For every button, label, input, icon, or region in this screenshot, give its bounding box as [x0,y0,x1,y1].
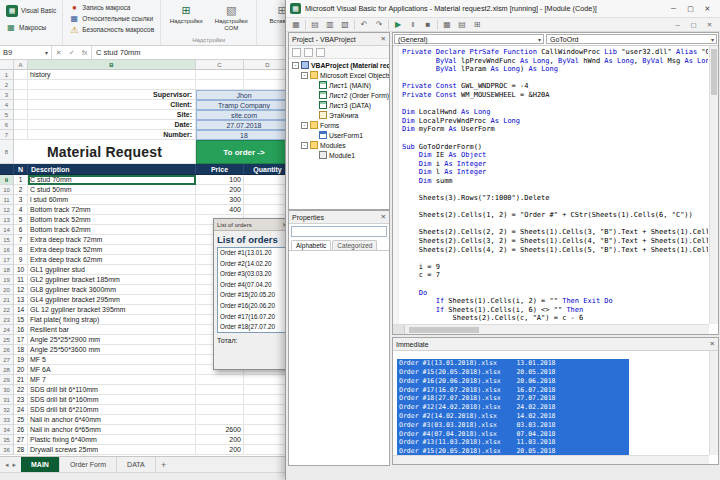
sheet-cell[interactable] [196,70,244,80]
price-cell[interactable] [196,375,244,385]
history-cell[interactable]: history [28,70,196,80]
n-cell[interactable]: 28 [14,445,28,455]
n-cell[interactable]: 27 [14,435,28,445]
row-header[interactable]: 23 [0,315,14,325]
row-header[interactable]: 10 [0,185,14,195]
immediate-line[interactable]: Order #15(20.05.2018).xlsx 20.05.2018 [397,363,718,372]
code-line[interactable]: Dim LocalPrevWndProc As Long [402,117,708,126]
n-cell[interactable]: 10 [14,265,28,275]
row-header[interactable]: 6 [0,120,14,130]
code-line[interactable] [402,203,708,212]
sheet-cell[interactable] [14,80,28,90]
price-cell[interactable]: 200 [196,185,244,195]
immediate-header[interactable]: Immediate ✕ [393,338,718,351]
row-header[interactable]: 9 [0,175,14,185]
row-header[interactable]: 12 [0,205,14,215]
macros-button[interactable]: ▦ Макросы [4,22,58,32]
code-line[interactable] [402,134,708,143]
code-line[interactable] [402,100,708,109]
code-line[interactable] [402,186,708,195]
immediate-vertical-scrollbar[interactable] [709,351,718,455]
row-header[interactable]: 4 [0,100,14,110]
tree-expander-icon[interactable]: - [292,62,299,69]
run-icon[interactable]: ▶ [392,20,404,29]
view-excel-icon[interactable]: ▦ [290,20,302,29]
row-header[interactable]: 20 [0,285,14,295]
code-line[interactable]: Sheets(2).Cells(3, 2) = Sheets(1).Cells(… [402,237,708,246]
row-header[interactable]: 18 [0,265,14,275]
immediate-line[interactable]: Order #18(27.07.2018).xlsx 27.07.2018 [397,389,718,398]
reset-icon[interactable]: ■ [422,20,434,29]
description-cell[interactable]: SDS drill bit 6*160mm [28,395,196,405]
row-header[interactable]: 22 [0,305,14,315]
price-cell[interactable]: 2600 [196,425,244,435]
n-cell[interactable]: 14 [14,305,28,315]
project-tree-item[interactable]: Module1 [289,150,389,160]
view-code-icon[interactable] [292,48,301,57]
row-header[interactable]: 21 [0,295,14,305]
sheet-cell[interactable] [14,90,28,100]
sheet-cell[interactable] [14,120,28,130]
sheet-cell[interactable] [28,80,196,90]
project-tree-item[interactable]: -Forms [289,120,389,130]
form-title-bar[interactable]: List of orders ✕ [214,219,290,231]
row-header[interactable]: 14 [0,225,14,235]
code-line[interactable]: Dim summ [402,177,708,186]
tab-categorized[interactable]: Categorized [332,240,377,250]
price-cell[interactable]: 100 [196,175,244,185]
info-value[interactable]: Jhon [196,90,292,100]
code-line[interactable]: Dim IE As Object [402,151,708,160]
code-line[interactable]: Sheets(3).Rows("7:1000").Delete [402,194,708,203]
column-header-c[interactable]: C [196,60,244,70]
row-header[interactable]: 29 [0,375,14,385]
code-line[interactable]: c = 7 [402,271,708,280]
row-header[interactable]: 35 [0,435,14,445]
immediate-line[interactable]: Order #13(11.03.2018).xlsx 11.03.2018 [397,433,718,442]
to-order-button[interactable]: To order -> [196,140,292,164]
order-list-item[interactable]: Order #4(07.04.20 [218,280,286,291]
com-addins-button[interactable]: ▧ Надстройки COM [210,2,252,35]
row-header[interactable]: 33 [0,415,14,425]
row-header[interactable]: 24 [0,325,14,335]
code-line[interactable]: Private Const WM_MOUSEWHEEL = &H20A [402,91,708,100]
immediate-line[interactable]: Order #16(20.06.2018).xlsx 20.06.2018 [397,372,718,381]
code-line[interactable]: i = 9 [402,263,708,272]
immediate-line[interactable]: Order #12(24.02.2018).xlsx 24.02.2018 [397,398,718,407]
n-cell[interactable]: 13 [14,295,28,305]
project-tree-item[interactable]: -VBAProject (Material reques [289,60,389,70]
tab-nav-right-icon[interactable]: ▸ [13,461,17,469]
n-cell[interactable]: 6 [14,225,28,235]
tree-expander-icon[interactable]: - [301,142,308,149]
info-label[interactable]: Supervisor: [28,90,196,100]
row-header[interactable]: 32 [0,405,14,415]
immediate-line[interactable]: Order #15(20.05.2018).xlsx 20.05.2018 [397,442,718,451]
relative-references-button[interactable]: ▦ Относительные ссылки [67,14,156,24]
code-line[interactable]: Private Const GWL_WNDPROC = -4 [402,82,708,91]
description-cell[interactable]: GL1 gypliner stud [28,265,196,275]
price-cell[interactable] [196,395,244,405]
visual-basic-button[interactable]: ▦ Visual Basic [4,5,58,17]
code-line[interactable]: Sheets(2).Cells(1, 2) = "Order #" + CStr… [402,211,708,220]
add-sheet-button[interactable]: + [156,457,172,472]
tree-expander-icon[interactable]: - [301,122,308,129]
info-value[interactable]: site.com [196,110,292,120]
description-cell[interactable]: Drywall screws 25mm [28,445,196,455]
tab-alphabetic[interactable]: Alphabetic [291,240,331,250]
project-close-icon[interactable]: ✕ [381,35,386,43]
n-cell[interactable]: 17 [14,335,28,345]
row-header[interactable]: 15 [0,235,14,245]
order-list-item[interactable]: Order #2(14.02.20 [218,259,286,270]
addins-button[interactable]: ⊞ Надстройки [165,2,207,35]
project-tree-item[interactable]: UserForm1 [289,130,389,140]
price-cell[interactable] [196,415,244,425]
immediate-line[interactable]: Order #1(13.01.2018).xlsx 13.01.2018 [397,354,718,363]
n-cell[interactable]: 3 [14,195,28,205]
project-tree-item[interactable]: -Microsoft Excel Objects [289,70,389,80]
immediate-line[interactable]: Order #17(16.07.2018).xlsx 16.07.2018 [397,380,718,389]
description-cell[interactable]: Resilient bar [28,325,196,335]
code-line[interactable]: ByVal lParam As Long) As Long [402,65,708,74]
n-cell[interactable]: 9 [14,255,28,265]
header-price[interactable]: Price [196,164,244,175]
project-tree-item[interactable]: Лист2 (Order Form) [289,90,389,100]
description-cell[interactable]: GL8 gypliner track 3600mm [28,285,196,295]
